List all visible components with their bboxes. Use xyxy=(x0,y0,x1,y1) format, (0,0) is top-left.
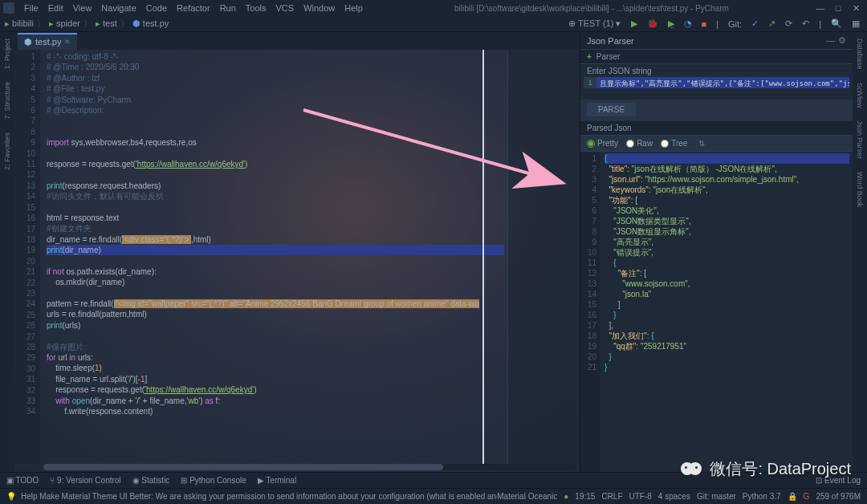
plus-icon[interactable]: + xyxy=(587,52,592,61)
parse-button[interactable]: PARSE xyxy=(587,103,636,116)
code-line[interactable]: # -*- coding: utf-8 -*- xyxy=(47,51,504,62)
json-line[interactable]: "JSON美化", xyxy=(604,205,849,216)
run-config-select[interactable]: ⊕ TEST (1) ▾ xyxy=(566,18,623,29)
breadcrumb-item[interactable]: ▸ spider xyxy=(49,18,80,29)
horizontal-scrollbar[interactable] xyxy=(43,464,576,470)
code-line[interactable] xyxy=(47,331,504,341)
side-tab[interactable]: Database xyxy=(856,35,864,73)
json-line[interactable]: ] xyxy=(604,299,849,310)
run-icon[interactable]: ▶ xyxy=(629,18,640,29)
code-line[interactable]: #保存图片 xyxy=(47,342,504,352)
bottom-tool[interactable]: ⊞ Python Console xyxy=(181,476,246,485)
json-line[interactable]: "功能": [ xyxy=(604,195,849,205)
bottom-tool[interactable]: ▣ TODO xyxy=(6,476,39,485)
minimize-icon[interactable]: — xyxy=(816,3,825,14)
json-line[interactable]: } xyxy=(604,362,849,372)
code-line[interactable]: dir_name = re.findall('<div class="(.*?)… xyxy=(47,234,504,245)
json-line[interactable]: "qq群": "259217951" xyxy=(604,341,849,352)
side-tab[interactable]: Word Book xyxy=(856,169,864,210)
json-line[interactable]: ], xyxy=(604,320,849,331)
menu-code[interactable]: Code xyxy=(141,3,172,13)
code-line[interactable]: print(response.request.headers) xyxy=(47,181,504,191)
code-line[interactable]: html = response.text xyxy=(47,213,504,223)
git-revert-icon[interactable]: ↶ xyxy=(800,18,812,29)
maximize-icon[interactable]: □ xyxy=(833,3,843,14)
status-g-icon[interactable]: G xyxy=(804,492,810,501)
breadcrumb-item[interactable]: ▸ bilibili xyxy=(5,18,34,29)
code-line[interactable]: # @Time : 2020/5/6 20:30 xyxy=(47,62,504,72)
code-line[interactable] xyxy=(47,169,504,180)
code-line[interactable]: response = requests.get('https://wallhav… xyxy=(47,159,504,169)
code-line[interactable] xyxy=(47,127,504,137)
status-encoding[interactable]: UTF-8 xyxy=(629,492,652,501)
side-tab[interactable]: 2: Favorites xyxy=(3,129,11,173)
expand-icon[interactable]: ⇅ xyxy=(698,139,705,148)
menu-run[interactable]: Run xyxy=(215,3,241,13)
code-line[interactable]: for url in urls: xyxy=(47,352,504,363)
bottom-tool[interactable]: ⑂ 9: Version Control xyxy=(50,476,120,485)
status-eol[interactable]: CRLF xyxy=(601,492,622,501)
editor-tab-testpy[interactable]: ⬢ test.py ✕ xyxy=(18,33,77,50)
bottom-tool[interactable]: ◉ Statistic xyxy=(132,476,170,485)
json-line[interactable]: "高亮显示", xyxy=(604,237,849,247)
menu-tools[interactable]: Tools xyxy=(241,3,271,13)
code-line[interactable]: urls = re.findall(pattern,html) xyxy=(47,309,504,319)
code-line[interactable]: os.mkdir(dir_name) xyxy=(47,277,504,287)
json-line[interactable]: "加入我们": { xyxy=(604,331,849,341)
menu-edit[interactable]: Edit xyxy=(43,3,68,13)
menu-file[interactable]: File xyxy=(19,3,43,13)
profile-icon[interactable]: ◔ xyxy=(682,18,694,29)
json-line[interactable]: } xyxy=(604,310,849,320)
bulb-icon[interactable]: 💡 xyxy=(6,492,16,501)
menu-window[interactable]: Window xyxy=(299,3,340,13)
json-line[interactable]: { xyxy=(604,153,849,164)
side-tab[interactable]: Json Parser xyxy=(856,117,864,162)
status-indent[interactable]: 4 spaces xyxy=(658,492,690,501)
json-line[interactable]: } xyxy=(604,352,849,362)
gear-icon[interactable]: ⚙ xyxy=(838,35,846,46)
json-line[interactable]: "keywords": "json在线解析", xyxy=(604,185,849,195)
menu-view[interactable]: View xyxy=(68,3,97,13)
json-line[interactable]: "json.url": "https://www.sojson.com/simp… xyxy=(604,174,849,185)
parsed-lines[interactable]: { "title": "json在线解析（简版） -JSON在线解析", "js… xyxy=(600,152,853,472)
code-line[interactable] xyxy=(47,116,504,126)
status-position[interactable]: 19:15 xyxy=(575,492,595,501)
status-git[interactable]: Git: master xyxy=(697,492,736,501)
code-line[interactable] xyxy=(47,288,504,299)
json-line[interactable]: "JSON数据类型显示", xyxy=(604,216,849,226)
git-history-icon[interactable]: ⟳ xyxy=(783,18,795,29)
menu-refactor[interactable]: Refactor xyxy=(172,3,215,13)
code-line[interactable]: pattern = re.findall(r'<img id="wallpape… xyxy=(47,299,504,309)
view-pretty-radio[interactable]: Pretty xyxy=(587,139,618,148)
view-raw-radio[interactable]: Raw xyxy=(626,139,653,148)
side-tab[interactable]: SciView xyxy=(856,79,864,112)
code-line[interactable]: print(dir_name) xyxy=(47,245,504,255)
json-line[interactable]: "www.sojson.com", xyxy=(604,278,849,289)
breadcrumb-item[interactable]: ▸ test xyxy=(96,18,117,29)
close-icon[interactable]: ✕ xyxy=(851,3,861,14)
side-tab[interactable]: 1: Project xyxy=(3,35,11,72)
code-line[interactable]: time.sleep(1) xyxy=(47,363,504,373)
menu-vcs[interactable]: VCS xyxy=(271,3,299,13)
debug-icon[interactable]: 🐞 xyxy=(645,18,661,29)
json-line[interactable]: { xyxy=(604,258,849,268)
code-line[interactable]: response = requests.get('https://wallhav… xyxy=(47,384,504,395)
view-tree-radio[interactable]: Tree xyxy=(661,139,687,148)
code-line[interactable] xyxy=(47,201,504,212)
status-theme[interactable]: Material Oceanic xyxy=(497,492,557,501)
code-line[interactable]: # @File : test.py xyxy=(47,83,504,94)
coverage-icon[interactable]: ▶̤ xyxy=(666,18,677,29)
json-line[interactable]: "JSON数组显示角标", xyxy=(604,226,849,237)
scrollbar-thumb[interactable] xyxy=(43,464,443,470)
json-line[interactable]: "错误提示", xyxy=(604,247,849,258)
more-icon[interactable]: ▦ xyxy=(849,18,862,29)
code-line[interactable]: file_name = url.split('/')[-1] xyxy=(47,374,504,384)
status-memory[interactable]: 259 of 976M xyxy=(816,492,861,501)
json-line[interactable]: "json.la" xyxy=(604,289,849,299)
json-input-field[interactable]: 且显示角标","高亮显示","错误提示",{"备注":["www.sojson.… xyxy=(596,77,849,88)
code-line[interactable]: #访问头文件，默认有可能会反扒 xyxy=(47,191,504,201)
close-tab-icon[interactable]: ✕ xyxy=(64,38,71,46)
code-line[interactable]: with open(dir_name + '/' + file_name,'wb… xyxy=(47,396,504,406)
code-line[interactable] xyxy=(47,255,504,266)
json-line[interactable]: "备注": [ xyxy=(604,268,849,278)
